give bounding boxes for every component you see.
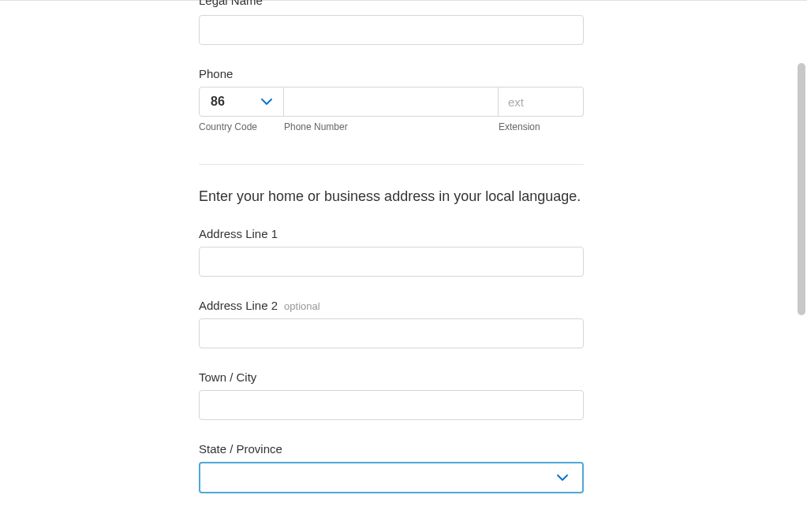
address-line-2-input[interactable] bbox=[199, 318, 584, 348]
phone-label: Phone bbox=[199, 67, 584, 80]
address-line-2-label: Address Line 2 bbox=[199, 299, 278, 312]
extension-sublabel: Extension bbox=[499, 121, 584, 132]
scrollbar-track[interactable] bbox=[796, 0, 807, 532]
country-code-select[interactable]: 86 bbox=[199, 87, 284, 117]
address-line-2-optional: optional bbox=[284, 300, 320, 312]
address-line-1-label: Address Line 1 bbox=[199, 227, 584, 240]
town-city-label: Town / City bbox=[199, 370, 584, 384]
address-line-1-input[interactable] bbox=[199, 247, 584, 277]
country-code-sublabel: Country Code bbox=[199, 121, 284, 132]
legal-name-label: Legal Name bbox=[199, 0, 584, 7]
extension-input[interactable] bbox=[499, 87, 584, 117]
state-province-select[interactable] bbox=[199, 462, 584, 493]
phone-number-sublabel: Phone Number bbox=[284, 121, 499, 132]
phone-number-input[interactable] bbox=[284, 87, 499, 117]
scrollbar-thumb[interactable] bbox=[798, 63, 805, 315]
state-province-label: State / Province bbox=[199, 442, 584, 456]
town-city-input[interactable] bbox=[199, 390, 584, 420]
legal-name-input[interactable] bbox=[199, 15, 584, 45]
country-code-value: 86 bbox=[211, 95, 225, 109]
address-section-heading: Enter your home or business address in y… bbox=[199, 188, 584, 205]
section-divider bbox=[199, 164, 584, 165]
chevron-down-icon bbox=[261, 96, 272, 107]
chevron-down-icon bbox=[557, 472, 568, 483]
